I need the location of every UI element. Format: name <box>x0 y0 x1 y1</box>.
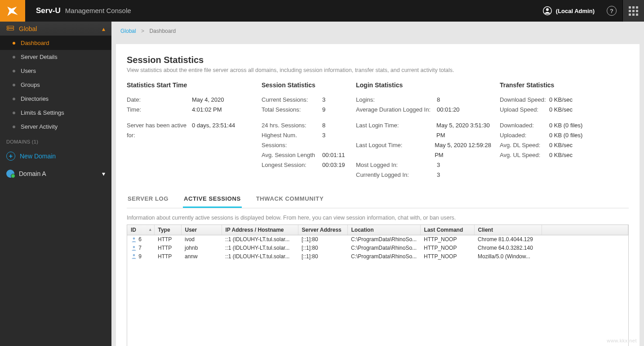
help-button[interactable]: ? <box>601 0 622 22</box>
table-row[interactable]: 6HTTPivod::1 (IDLOUHY-LT.tul.solar...[::… <box>127 235 628 244</box>
col-id[interactable]: ID <box>127 225 154 235</box>
cell-ip: ::1 (IDLOUHY-LT.tul.solar... <box>222 235 298 244</box>
sidebar: Global ▴ Dashboard Server Details Users … <box>0 22 111 346</box>
tabs: SERVER LOG ACTIVE SESSIONS THWACK COMMUN… <box>127 191 629 208</box>
sidebar-item-label: Dashboard <box>21 40 49 46</box>
stats-start-time: Statistics Start Time Date:May 4, 2020 T… <box>127 81 262 180</box>
tab-thwack[interactable]: THWACK COMMUNITY <box>255 191 324 208</box>
cell-user: annw <box>181 252 222 261</box>
svg-point-8 <box>133 254 135 256</box>
new-domain-button[interactable]: + New Domain <box>0 147 111 165</box>
sessions-table: ID Type User IP Address / Hostname Serve… <box>127 225 628 261</box>
side-nav: Dashboard Server Details Users Groups Di… <box>0 36 111 134</box>
cell-client: Chrome 64.0.3282.140 <box>474 244 542 252</box>
table-row[interactable]: 7HTTPjohnb::1 (IDLOUHY-LT.tul.solar...[:… <box>127 244 628 252</box>
cell-cmd: HTTP_NOOP <box>420 235 474 244</box>
cell-empty <box>542 244 628 252</box>
sidebar-domain-a[interactable]: Domain A ▾ <box>0 165 111 182</box>
cell-id: 7 <box>127 244 154 252</box>
stats-head: Transfer Statistics <box>500 81 617 89</box>
bullet-icon <box>13 98 15 100</box>
tab-description: Information about currently active sessi… <box>127 208 629 225</box>
sidebar-item-label: Server Activity <box>21 123 58 130</box>
brand-sub: Management Console <box>65 7 131 14</box>
sidebar-domains-label: DOMAINS (1) <box>0 134 111 147</box>
table-header-row: ID Type User IP Address / Hostname Serve… <box>127 225 628 235</box>
chevron-up-icon: ▴ <box>102 25 105 32</box>
user-label: (Local Admin) <box>556 8 595 14</box>
table-row[interactable]: 9HTTPannw::1 (IDLOUHY-LT.tul.solar...[::… <box>127 252 628 261</box>
cell-id: 9 <box>127 252 154 261</box>
col-empty[interactable] <box>542 225 628 235</box>
bullet-icon <box>13 56 15 58</box>
cell-cmd: HTTP_NOOP <box>420 252 474 261</box>
sidebar-item-server-details[interactable]: Server Details <box>0 50 111 64</box>
stats-login: Login Statistics Logins:8 Average Durati… <box>356 81 500 180</box>
cell-user: ivod <box>181 235 222 244</box>
col-server[interactable]: Server Address <box>298 225 347 235</box>
sidebar-item-limits-settings[interactable]: Limits & Settings <box>0 106 111 120</box>
cell-ip: ::1 (IDLOUHY-LT.tul.solar... <box>222 252 298 261</box>
cell-server: [::1]:80 <box>298 252 347 261</box>
sidebar-item-label: Limits & Settings <box>21 109 64 116</box>
svg-point-4 <box>8 27 9 27</box>
apps-grid-icon <box>629 6 638 16</box>
col-ip[interactable]: IP Address / Hostname <box>222 225 298 235</box>
sessions-table-wrap: ID Type User IP Address / Hostname Serve… <box>127 225 629 346</box>
breadcrumb-global[interactable]: Global <box>120 28 136 34</box>
main: Global > Dashboard Session Statistics Vi… <box>111 22 644 346</box>
logo[interactable] <box>0 0 25 22</box>
topbar: Serv-U Management Console (Local Admin) … <box>0 0 644 22</box>
stats-row: Statistics Start Time Date:May 4, 2020 T… <box>127 81 629 180</box>
cell-server: [::1]:80 <box>298 235 347 244</box>
bullet-icon <box>13 126 15 128</box>
sidebar-item-groups[interactable]: Groups <box>0 78 111 92</box>
cell-empty <box>542 252 628 261</box>
plus-circle-icon: + <box>6 152 15 161</box>
cell-loc: C:\ProgramData\RhinoSo... <box>347 252 420 261</box>
cell-type: HTTP <box>154 252 181 261</box>
help-icon: ? <box>607 6 617 16</box>
sidebar-item-label: Users <box>21 67 36 74</box>
content-card: Session Statistics View statistics about… <box>116 44 640 346</box>
page-title: Session Statistics <box>127 55 629 65</box>
bullet-icon <box>13 84 15 86</box>
cell-id: 6 <box>127 235 154 244</box>
user-circle-icon <box>542 6 552 16</box>
sidebar-item-directories[interactable]: Directories <box>0 92 111 106</box>
apps-button[interactable] <box>622 0 644 22</box>
sidebar-item-server-activity[interactable]: Server Activity <box>0 120 111 134</box>
stats-head: Statistics Start Time <box>127 81 262 89</box>
svg-point-1 <box>546 8 549 11</box>
server-icon <box>6 25 14 32</box>
stats-head: Login Statistics <box>356 81 500 89</box>
cell-ip: ::1 (IDLOUHY-LT.tul.solar... <box>222 244 298 252</box>
sidebar-item-users[interactable]: Users <box>0 64 111 78</box>
cell-client: Mozilla/5.0 (Window... <box>474 252 542 261</box>
sidebar-item-label: Groups <box>21 81 40 88</box>
cell-client: Chrome 81.0.4044.129 <box>474 235 542 244</box>
bullet-icon <box>13 42 15 45</box>
col-type[interactable]: Type <box>154 225 181 235</box>
globe-status-icon <box>6 170 14 178</box>
cell-server: [::1]:80 <box>298 244 347 252</box>
stats-transfer: Transfer Statistics Download Speed:0 KB/… <box>500 81 617 180</box>
brand-main: Serv-U <box>36 6 61 15</box>
user-menu[interactable]: (Local Admin) <box>536 6 601 16</box>
svg-point-5 <box>8 29 9 30</box>
breadcrumb-current: Dashboard <box>149 28 176 34</box>
sidebar-head-global[interactable]: Global ▴ <box>0 22 111 36</box>
col-location[interactable]: Location <box>347 225 420 235</box>
chevron-down-icon: ▾ <box>102 170 105 177</box>
sidebar-head-label: Global <box>19 25 37 32</box>
col-user[interactable]: User <box>181 225 222 235</box>
tab-active-sessions[interactable]: ACTIVE SESSIONS <box>183 191 242 208</box>
sidebar-item-dashboard[interactable]: Dashboard <box>0 36 111 50</box>
cell-empty <box>542 235 628 244</box>
new-domain-label: New Domain <box>20 153 56 160</box>
cell-type: HTTP <box>154 244 181 252</box>
cell-type: HTTP <box>154 235 181 244</box>
tab-server-log[interactable]: SERVER LOG <box>127 191 169 208</box>
col-command[interactable]: Last Command <box>420 225 474 235</box>
col-client[interactable]: Client <box>474 225 542 235</box>
